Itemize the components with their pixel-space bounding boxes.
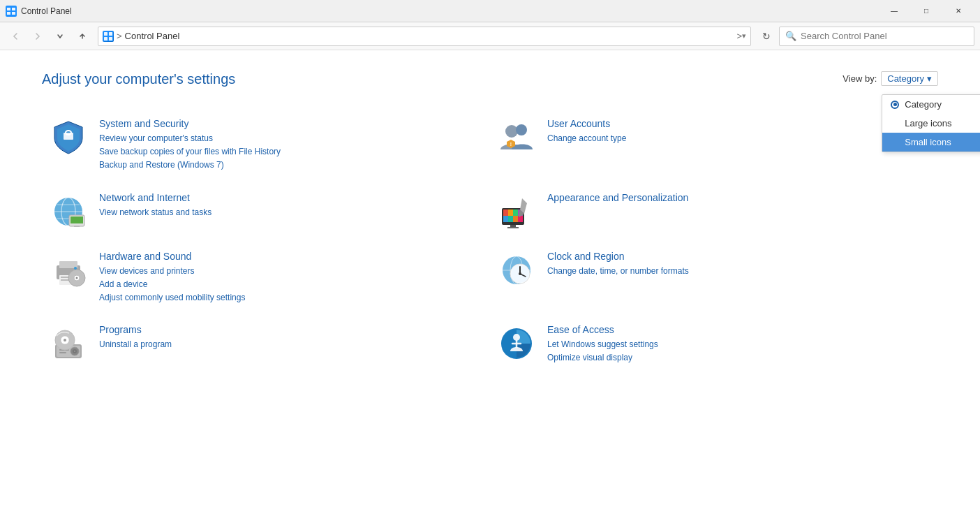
up-button[interactable] [73,27,92,46]
category-radio [891,101,899,109]
address-dropdown-button[interactable]: ▾ [742,31,746,41]
refresh-button[interactable]: ↻ [757,27,776,46]
category-user-accounts: ! User Accounts Change account type [490,108,938,182]
nav-bar: > Control Panel > ▾ ↻ 🔍 [0,22,980,50]
category-radio-inner [893,103,897,106]
search-box: 🔍 [779,27,974,46]
svg-rect-32 [513,216,518,222]
page-title: Adjust your computer's settings [42,71,938,87]
clock-region-icon [497,251,536,290]
address-separator-left: > [117,31,122,41]
hardware-sound-content: Hardware and Sound View devices and prin… [99,251,483,305]
svg-point-13 [516,124,527,135]
programs-link-1[interactable]: Uninstall a program [99,338,483,351]
category-ease-access: Ease of Access Let Windows suggest setti… [490,314,938,374]
svg-rect-4 [12,12,15,15]
svg-rect-28 [513,210,518,216]
svg-text:!: ! [510,142,512,147]
svg-rect-61 [59,352,66,353]
system-security-content: System and Security Review your computer… [99,118,483,172]
category-clock-region: Clock and Region Change date, time, or n… [490,241,938,315]
svg-rect-8 [104,37,107,41]
system-security-title[interactable]: System and Security [99,118,483,129]
user-accounts-icon: ! [497,118,536,157]
search-icon: 🔍 [785,31,796,41]
close-button[interactable]: ✕ [942,0,974,22]
title-bar-controls: — □ ✕ [878,0,974,22]
small-icons-label: Small icons [905,137,951,147]
view-by-label: View by: [842,73,877,84]
svg-point-45 [76,277,78,279]
system-security-link-3[interactable]: Backup and Restore (Windows 7) [99,159,483,172]
system-security-link-1[interactable]: Review your computer's status [99,132,483,145]
large-icons-radio-empty [891,119,899,128]
dropdown-item-category[interactable]: Category [882,95,980,114]
back-button[interactable] [6,27,25,46]
minimize-button[interactable]: — [878,0,910,22]
svg-rect-10 [64,133,73,140]
svg-point-64 [64,339,66,342]
hardware-sound-link-1[interactable]: View devices and printers [99,265,483,278]
svg-rect-23 [74,226,80,227]
svg-rect-9 [109,37,112,41]
ease-access-link-2[interactable]: Optimize visual display [547,351,931,365]
svg-rect-33 [518,216,523,222]
title-bar: Control Panel — □ ✕ [0,0,980,22]
svg-rect-0 [6,6,17,17]
system-security-icon [49,118,88,157]
address-bar-icon [103,31,114,42]
large-icons-label: Large icons [905,118,951,128]
hardware-sound-title[interactable]: Hardware and Sound [99,251,483,262]
ease-access-content: Ease of Access Let Windows suggest setti… [547,324,931,365]
appearance-title[interactable]: Appearance and Personalization [547,192,931,203]
title-bar-icon [6,6,17,17]
ease-access-link-1[interactable]: Let Windows suggest settings [547,338,931,351]
appearance-icon [497,192,536,231]
appearance-content: Appearance and Personalization [547,192,931,206]
hardware-sound-link-2[interactable]: Add a device [99,278,483,291]
view-by-container: View by: Category ▾ Category Large icons [842,71,938,86]
network-internet-title[interactable]: Network and Internet [99,192,483,203]
ease-access-icon [497,324,536,363]
category-system-security: System and Security Review your computer… [42,108,490,182]
category-appearance: Appearance and Personalization [490,182,938,241]
clock-region-title[interactable]: Clock and Region [547,251,931,262]
svg-rect-3 [7,12,10,15]
category-programs: Programs Uninstall a program [42,314,490,374]
maximize-button[interactable]: □ [910,0,942,22]
user-accounts-content: User Accounts Change account type [547,118,931,145]
address-separator-right: > [736,31,742,41]
programs-content: Programs Uninstall a program [99,324,483,351]
system-security-link-2[interactable]: Save backup copies of your files with Fi… [99,145,483,159]
svg-point-66 [513,334,520,341]
title-bar-title: Control Panel [21,6,878,16]
svg-rect-1 [7,8,10,10]
user-accounts-title[interactable]: User Accounts [547,118,931,129]
hardware-sound-link-3[interactable]: Adjust commonly used mobility settings [99,291,483,304]
network-internet-link-1[interactable]: View network status and tasks [99,206,483,219]
svg-point-59 [74,351,75,352]
svg-rect-27 [508,210,513,216]
recent-locations-button[interactable] [50,27,70,46]
svg-rect-2 [12,8,15,10]
forward-button[interactable] [28,27,47,46]
category-label: Category [905,99,942,110]
ease-access-title[interactable]: Ease of Access [547,324,931,335]
main-content: Adjust your computer's settings View by:… [0,50,980,514]
address-bar[interactable]: > Control Panel > ▾ [98,27,751,46]
svg-rect-35 [507,227,519,228]
dropdown-item-large-icons[interactable]: Large icons [882,114,980,133]
view-by-dropdown[interactable]: Category ▾ Category Large icons Small ic… [881,71,938,86]
dropdown-item-small-icons[interactable]: Small icons [882,133,980,152]
search-input[interactable] [801,31,968,41]
clock-region-link-1[interactable]: Change date, time, or number formats [547,265,931,278]
programs-icon [49,324,88,363]
svg-rect-6 [104,32,107,36]
programs-title[interactable]: Programs [99,324,483,335]
svg-rect-22 [70,216,83,223]
svg-point-46 [74,267,77,270]
category-hardware-sound: Hardware and Sound View devices and prin… [42,241,490,315]
user-accounts-link-1[interactable]: Change account type [547,132,931,145]
svg-rect-34 [510,225,516,227]
network-internet-content: Network and Internet View network status… [99,192,483,219]
